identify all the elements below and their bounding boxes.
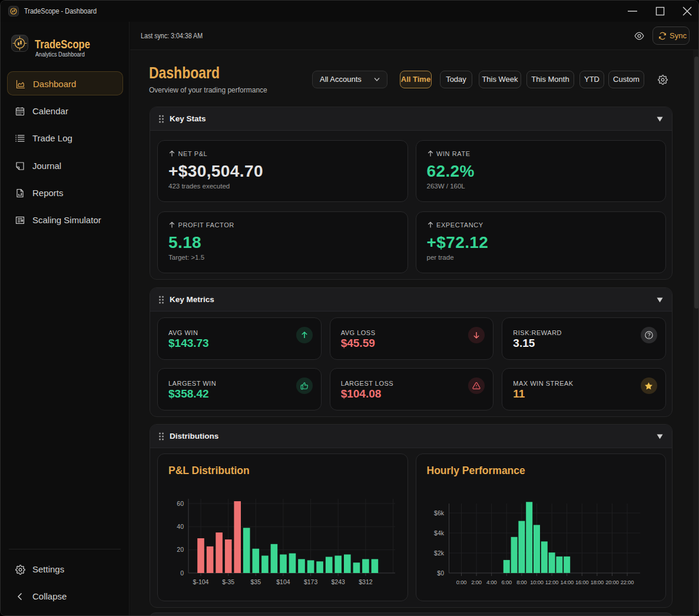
svg-text:12:00: 12:00 [545, 579, 558, 585]
svg-text:20: 20 [177, 546, 184, 553]
svg-text:$104: $104 [276, 578, 290, 585]
svg-text:$4k: $4k [434, 529, 445, 536]
svg-text:6:00: 6:00 [501, 579, 511, 585]
svg-text:0:00: 0:00 [456, 579, 466, 585]
svg-text:20:00: 20:00 [605, 579, 618, 585]
svg-text:22:00: 22:00 [620, 579, 633, 585]
svg-text:0: 0 [180, 569, 184, 577]
svg-text:$312: $312 [359, 578, 373, 585]
svg-text:$173: $173 [304, 578, 318, 585]
svg-text:$2k: $2k [434, 549, 445, 557]
svg-text:2:00: 2:00 [471, 579, 481, 585]
svg-text:40: 40 [177, 523, 184, 530]
svg-text:4:00: 4:00 [486, 579, 496, 585]
svg-text:16:00: 16:00 [575, 579, 588, 585]
svg-text:18:00: 18:00 [590, 579, 603, 585]
svg-text:14:00: 14:00 [560, 579, 573, 585]
svg-text:10:00: 10:00 [530, 579, 543, 585]
svg-text:$-35: $-35 [222, 578, 234, 585]
svg-text:$0: $0 [437, 569, 444, 577]
svg-text:$243: $243 [332, 578, 346, 585]
svg-text:$6k: $6k [434, 509, 445, 516]
svg-text:$35: $35 [251, 578, 261, 585]
svg-text:8:00: 8:00 [516, 579, 526, 585]
svg-text:$-104: $-104 [193, 578, 209, 585]
svg-text:60: 60 [177, 500, 184, 507]
